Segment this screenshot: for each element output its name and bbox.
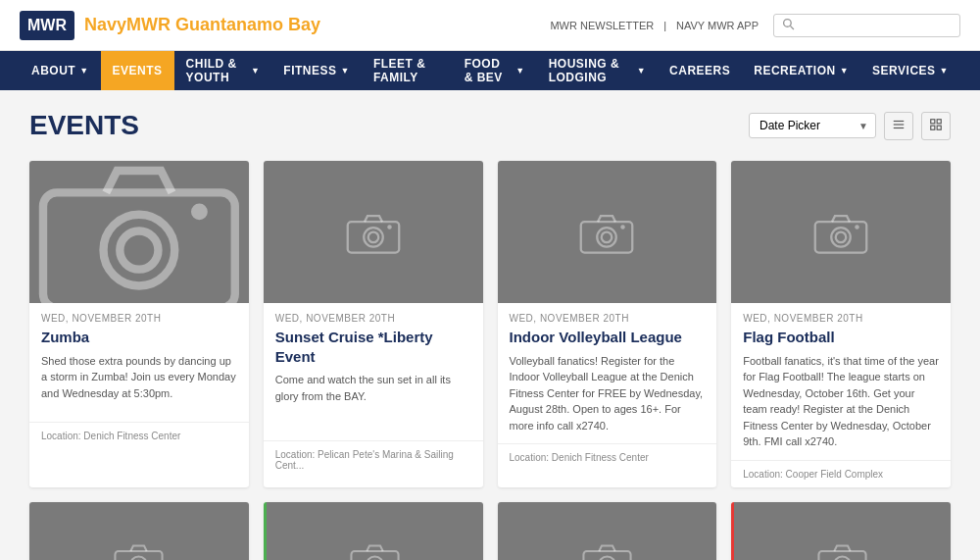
main-content: EVENTS Date Picker	[0, 90, 980, 560]
nav-housing[interactable]: HOUSING & LODGING ▼	[537, 51, 658, 90]
svg-point-23	[836, 231, 847, 242]
event-date-flag-football: WED, NOVEMBER 20TH	[743, 313, 939, 324]
site-name: NavyMWR	[84, 15, 171, 34]
svg-rect-6	[937, 119, 941, 123]
housing-arrow: ▼	[637, 66, 646, 76]
nav-fleet-family[interactable]: FLEET & FAMILY	[362, 51, 453, 90]
events-header: EVENTS Date Picker	[29, 110, 951, 141]
svg-point-19	[602, 231, 612, 242]
newsletter-link[interactable]: MWR NEWSLETTER	[550, 20, 654, 31]
svg-line-1	[790, 25, 794, 29]
events-grid-row1: WED, NOVEMBER 20TH Zumba Shed those extr…	[29, 161, 951, 487]
nav-fitness[interactable]: FITNESS ▼	[271, 51, 362, 90]
event-desc-volleyball: Volleyball fanatics! Register for the In…	[510, 353, 706, 434]
event-body-sunset: WED, NOVEMBER 20TH Sunset Cruise *Libert…	[264, 303, 483, 440]
event-name-sunset: Sunset Cruise *Liberty Event	[275, 328, 471, 366]
svg-point-18	[598, 228, 617, 247]
event-name-flag-football: Flag Football	[743, 328, 939, 347]
event-footer-sunset: Location: Pelican Pete's Marina & Sailin…	[264, 440, 483, 479]
event-date-sunset: WED, NOVEMBER 20TH	[275, 313, 471, 324]
search-icon	[782, 18, 795, 33]
event-image-volleyball	[498, 161, 717, 303]
svg-point-14	[364, 228, 383, 247]
event-image-flag-football	[731, 161, 951, 303]
top-bar-right: MWR NEWSLETTER | NAVY MWR APP	[550, 14, 960, 37]
svg-point-15	[368, 231, 378, 242]
event-image-row2-0	[29, 502, 249, 561]
event-name-volleyball: Indoor Volleyball League	[510, 328, 706, 347]
main-nav: ABOUT ▼ EVENTS CHILD & YOUTH ▼ FITNESS ▼…	[0, 51, 980, 90]
nav-child-youth[interactable]: CHILD & YOUTH ▼	[174, 51, 272, 90]
nav-careers[interactable]: CAREERS	[658, 51, 742, 90]
event-image-row2-2	[498, 502, 717, 561]
view-controls: Date Picker	[749, 112, 951, 140]
nav-events[interactable]: EVENTS	[101, 51, 174, 90]
event-image-row2-3	[734, 502, 951, 561]
search-box	[773, 14, 960, 37]
event-card-volleyball[interactable]: WED, NOVEMBER 20TH Indoor Volleyball Lea…	[498, 161, 717, 487]
about-arrow: ▼	[79, 66, 88, 76]
top-bar-left: MWR NavyMWR Guantanamo Bay	[20, 11, 320, 40]
event-card-row2-0[interactable]: THU, NOVEMBER 21ST Jazz Perf...	[29, 502, 249, 561]
svg-point-10	[104, 214, 175, 285]
fitness-arrow: ▼	[341, 66, 350, 76]
event-date-volleyball: WED, NOVEMBER 20TH	[510, 313, 706, 324]
svg-point-12	[191, 203, 208, 220]
child-arrow: ▼	[251, 66, 260, 76]
event-card-row2-2[interactable]: THU, NOVEMBER 21ST Indoor Chilli-Chili..…	[498, 502, 717, 561]
event-body-volleyball: WED, NOVEMBER 20TH Indoor Volleyball Lea…	[498, 303, 717, 443]
list-view-button[interactable]	[884, 112, 913, 140]
event-footer-zumba: Location: Denich Fitness Center	[29, 422, 249, 449]
nav-recreation[interactable]: RECREATION ▼	[742, 51, 860, 90]
events-grid-row2: THU, NOVEMBER 21ST Jazz Perf... THU, NOV…	[29, 502, 951, 561]
nav-food-bev[interactable]: FOOD & BEV ▼	[453, 51, 537, 90]
event-desc-sunset: Come and watch the sun set in all its gl…	[275, 372, 471, 431]
event-image-sunset	[264, 161, 483, 303]
date-picker-select[interactable]: Date Picker	[749, 113, 876, 138]
event-card-row2-1[interactable]: THU, NOVEMBER 21ST FLAG FOOTBALL...	[264, 502, 483, 561]
event-body-flag-football: WED, NOVEMBER 20TH Flag Football Footbal…	[731, 303, 951, 460]
event-footer-volleyball: Location: Denich Fitness Center	[498, 443, 717, 471]
event-desc-zumba: Shed those extra pounds by dancing up a …	[41, 353, 237, 412]
event-card-flag-football[interactable]: WED, NOVEMBER 20TH Flag Football Footbal…	[731, 161, 951, 487]
svg-point-20	[621, 225, 626, 229]
nav-about[interactable]: ABOUT ▼	[20, 51, 101, 90]
food-arrow: ▼	[515, 66, 524, 76]
app-link[interactable]: NAVY MWR APP	[676, 20, 759, 31]
event-card-row2-3[interactable]: THU, NOVEMBER 21ST Christmas Float D...	[731, 502, 951, 561]
svg-point-16	[387, 225, 392, 229]
event-card-sunset[interactable]: WED, NOVEMBER 20TH Sunset Cruise *Libert…	[264, 161, 483, 487]
top-links: MWR NEWSLETTER | NAVY MWR APP	[550, 20, 759, 31]
svg-point-11	[120, 230, 158, 269]
event-image-zumba	[29, 161, 249, 303]
site-title: NavyMWR Guantanamo Bay	[84, 15, 320, 35]
event-desc-flag-football: Football fanatics, it's that time of the…	[743, 353, 939, 450]
svg-point-24	[855, 225, 859, 229]
page-title: EVENTS	[29, 110, 139, 141]
event-card-zumba[interactable]: WED, NOVEMBER 20TH Zumba Shed those extr…	[29, 161, 249, 487]
svg-rect-7	[931, 126, 935, 129]
event-footer-flag-football: Location: Cooper Field Complex	[731, 460, 951, 487]
svg-rect-8	[937, 126, 941, 129]
search-input[interactable]	[795, 19, 952, 32]
nav-services[interactable]: SERVICES ▼	[860, 51, 960, 90]
services-arrow: ▼	[940, 66, 949, 76]
svg-rect-5	[931, 119, 935, 123]
link-separator: |	[663, 20, 666, 31]
site-subtitle: Guantanamo Bay	[175, 15, 320, 34]
event-image-row2-1	[267, 502, 483, 561]
top-bar: MWR NavyMWR Guantanamo Bay MWR NEWSLETTE…	[0, 0, 980, 51]
recreation-arrow: ▼	[840, 66, 849, 76]
svg-point-22	[831, 228, 851, 247]
logo: MWR	[20, 11, 74, 40]
event-name-zumba: Zumba	[41, 328, 237, 347]
svg-point-0	[784, 19, 792, 26]
grid-view-button[interactable]	[921, 112, 951, 140]
date-picker-wrap: Date Picker	[749, 113, 876, 138]
